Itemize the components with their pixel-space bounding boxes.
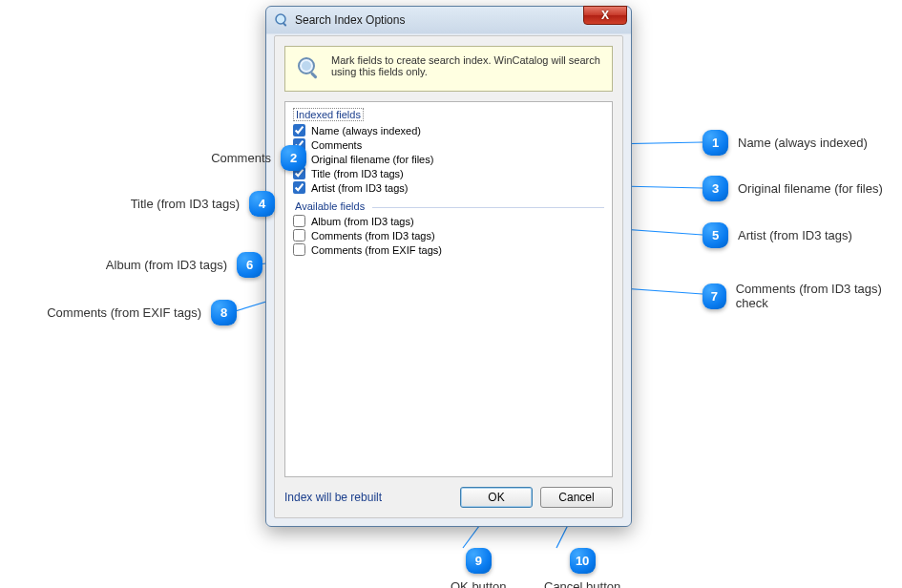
callout-bubble: 7: [703, 284, 726, 309]
indexed-field-label: Comments: [311, 139, 362, 151]
dialog-body: Mark fields to create search index. WinC…: [274, 35, 623, 518]
indexed-field-label: Artist (from ID3 tags): [311, 182, 408, 194]
callout-label: Comments (from EXIF tags): [47, 305, 201, 320]
available-field-label: Comments (from EXIF tags): [311, 244, 442, 256]
callout-bubble: 1: [703, 130, 728, 156]
fields-panel: Indexed fields Name (always indexed)Comm…: [284, 101, 613, 477]
dialog-window: Search Index Options X Mark fields to cr…: [265, 6, 632, 527]
callout: 8Comments (from EXIF tags): [36, 300, 237, 326]
callout-label: Comments (from ID3 tags) check: [736, 282, 902, 310]
callout-bubble: 10: [570, 548, 596, 574]
titlebar: Search Index Options X: [266, 7, 631, 33]
ok-button[interactable]: OK: [460, 487, 533, 508]
callout-bubble: 2: [281, 145, 306, 171]
close-button[interactable]: X: [583, 6, 627, 25]
callout-label: Comments: [211, 151, 271, 165]
divider-line: [372, 207, 604, 208]
magnifier-icon: [295, 54, 322, 83]
callout: 1Name (always indexed): [703, 130, 868, 156]
indexed-field-row[interactable]: Original filename (for files): [293, 152, 604, 166]
info-banner: Mark fields to create search index. WinC…: [284, 46, 613, 92]
callout: 4Title (from ID3 tags): [74, 191, 275, 217]
indexed-fields-list: Name (always indexed)CommentsOriginal fi…: [293, 123, 604, 195]
window-title: Search Index Options: [295, 13, 405, 27]
status-text: Index will be rebuilt: [284, 491, 382, 504]
callout-bubble: 8: [211, 300, 237, 326]
callout-label: Original filename (for files): [738, 181, 883, 196]
available-field-label: Album (from ID3 tags): [311, 216, 414, 227]
callout-label: Name (always indexed): [738, 136, 868, 150]
app-icon: [274, 12, 289, 28]
callout-bubble: 4: [249, 191, 275, 217]
available-field-checkbox[interactable]: [293, 215, 305, 227]
svg-point-13: [302, 61, 311, 71]
indexed-field-label: Title (from ID3 tags): [311, 168, 404, 179]
bottom-bar: Index will be rebuilt OK Cancel: [284, 487, 613, 508]
callout-label: Title (from ID3 tags): [131, 197, 240, 211]
available-field-row[interactable]: Comments (from ID3 tags): [293, 228, 604, 242]
callout-bubble: 6: [237, 252, 262, 278]
close-icon: X: [601, 9, 609, 22]
available-field-label: Comments (from ID3 tags): [311, 230, 435, 242]
available-fields-list: Album (from ID3 tags)Comments (from ID3 …: [293, 214, 604, 257]
indexed-field-row[interactable]: Name (always indexed): [293, 123, 604, 137]
callout: 5Artist (from ID3 tags): [703, 222, 852, 248]
indexed-field-row[interactable]: Artist (from ID3 tags): [293, 180, 604, 195]
callout: 10Cancel button: [544, 548, 620, 588]
indexed-field-row[interactable]: Comments: [293, 137, 604, 152]
callout-bubble: 5: [703, 222, 728, 248]
available-fields-header: Available fields: [293, 200, 367, 212]
available-fields-header-row: Available fields: [293, 200, 604, 214]
callout-label: OK button: [451, 579, 507, 588]
indexed-field-checkbox[interactable]: [293, 181, 305, 194]
svg-point-10: [276, 14, 285, 24]
svg-rect-14: [310, 72, 318, 79]
indexed-field-label: Original filename (for files): [311, 154, 433, 165]
available-field-checkbox[interactable]: [293, 229, 305, 242]
indexed-field-checkbox[interactable]: [293, 124, 305, 136]
callout: 9OK button: [451, 548, 507, 588]
available-field-row[interactable]: Album (from ID3 tags): [293, 214, 604, 228]
callout-bubble: 3: [703, 176, 728, 201]
callout-label: Album (from ID3 tags): [106, 258, 227, 272]
callout-label: Artist (from ID3 tags): [738, 228, 852, 242]
cancel-button[interactable]: Cancel: [540, 487, 613, 508]
indexed-field-row[interactable]: Title (from ID3 tags): [293, 166, 604, 180]
callout: 7Comments (from ID3 tags) check: [703, 282, 902, 310]
available-field-row[interactable]: Comments (from EXIF tags): [293, 242, 604, 257]
indexed-field-label: Name (always indexed): [311, 125, 421, 136]
callout: 3Original filename (for files): [703, 176, 883, 201]
callout: 6Album (from ID3 tags): [62, 252, 262, 278]
callout-label: Cancel button: [544, 579, 620, 588]
indexed-fields-header: Indexed fields: [293, 108, 364, 121]
info-banner-text: Mark fields to create search index. WinC…: [331, 54, 602, 77]
callout-bubble: 9: [466, 548, 492, 574]
available-field-checkbox[interactable]: [293, 243, 305, 256]
callout: 2Comments: [106, 145, 306, 171]
